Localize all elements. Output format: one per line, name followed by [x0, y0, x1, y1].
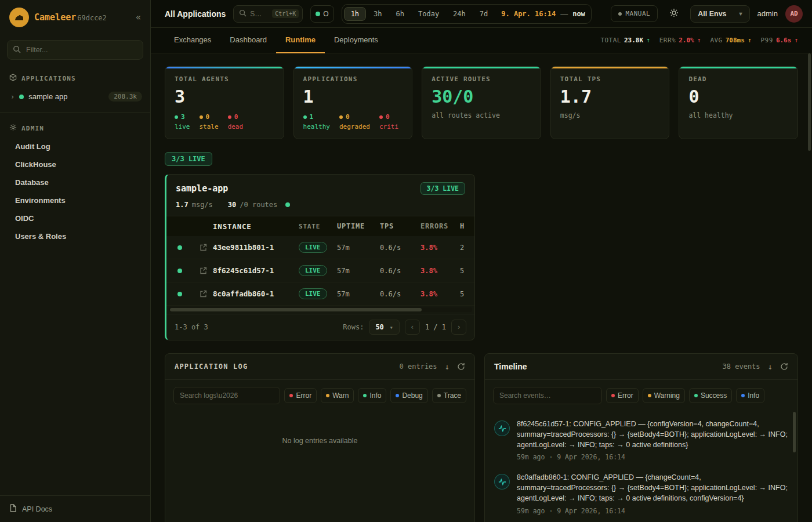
external-link-icon[interactable]	[193, 244, 213, 251]
stat-p99-latency: P99 6.6s ↑	[761, 37, 799, 44]
admin-section-label: ADMIN	[0, 113, 150, 137]
search-shortcut-kbd: Ctrl+K	[272, 9, 299, 18]
applications-icon	[9, 74, 17, 83]
range-6h[interactable]: 6h	[390, 8, 411, 20]
sidebar-item-environments[interactable]: Environments	[0, 191, 150, 209]
sidebar-collapse-button[interactable]: «	[136, 12, 141, 23]
filter-chip-error[interactable]: Error	[284, 388, 317, 403]
log-empty-message: No log entries available	[165, 411, 474, 470]
refresh-icon[interactable]	[780, 362, 788, 371]
sidebar-item-audit-log[interactable]: Audit Log	[0, 137, 150, 155]
event-time: 59m ago · 9 Apr 2026, 16:14	[517, 453, 788, 461]
sidebar-filter-input[interactable]	[7, 40, 143, 60]
online-dot	[316, 12, 320, 16]
range-today[interactable]: Today	[412, 8, 445, 20]
tab-stats: TOTAL 23.8K ↑ ERR% 2.0% ↑ AVG 708ms ↑ P9…	[600, 37, 798, 44]
state-badge: LIVE	[299, 242, 327, 253]
instance-status-dot	[177, 245, 182, 250]
filter-chip-error[interactable]: Error	[606, 388, 639, 403]
filter-chip-success[interactable]: Success	[689, 388, 732, 403]
global-search[interactable]: S… Ctrl+K	[233, 5, 303, 23]
stat-err-rate: ERR% 2.0% ↑	[659, 37, 701, 44]
app-name: sample-app	[176, 183, 228, 194]
log-search-input[interactable]	[173, 387, 280, 404]
sidebar-item-clickhouse[interactable]: ClickHouse	[0, 155, 150, 173]
time-from[interactable]: 9. Apr. 16:14	[501, 10, 556, 18]
timeline-scrollbar[interactable]	[793, 412, 796, 452]
app-tps-value: 1.7	[176, 201, 188, 209]
topbar: All Applications S… Ctrl+K O 1h 3h 6h To…	[151, 0, 812, 28]
external-link-icon[interactable]	[193, 267, 213, 274]
substat-stale: 0 stale	[200, 113, 219, 132]
filter-chip-info[interactable]: Info	[358, 388, 386, 403]
applications-section-label: APPLICATIONS	[0, 63, 150, 88]
sidebar-item-users-roles[interactable]: Users & Roles	[0, 227, 150, 245]
brand: Cameleer69dcce2	[34, 12, 107, 23]
env-select[interactable]: All Envs ▾	[690, 5, 749, 23]
horizontal-scrollbar[interactable]	[169, 307, 472, 312]
log-entries-count: 0 entries	[400, 362, 437, 371]
range-24h[interactable]: 24h	[447, 8, 472, 20]
filter-chip-debug[interactable]: Debug	[390, 388, 427, 403]
state-badge: LIVE	[299, 265, 327, 276]
rows-per-page-select[interactable]: 50 ▾	[369, 320, 399, 335]
sidebar-item-sample-app[interactable]: › sample app 208.3k	[0, 88, 150, 106]
table-row[interactable]: 8c0affadb860-1 LIVE 57m 0.6/s 3.8% 5	[166, 282, 474, 306]
external-link-icon[interactable]	[193, 290, 213, 298]
up-arrow-icon: ↑	[697, 37, 701, 44]
tab-exchanges[interactable]: Exchanges	[165, 28, 220, 53]
range-3h[interactable]: 3h	[367, 8, 388, 20]
timeline-event[interactable]: 8f6245c61d57-1: CONFIG_APPLIED — {config…	[494, 414, 788, 467]
search-icon	[239, 9, 246, 19]
substat-critical: 0 criti	[379, 113, 398, 132]
tab-dashboard[interactable]: Dashboard	[220, 28, 276, 53]
event-list: 8f6245c61d57-1: CONFIG_APPLIED — {config…	[485, 411, 798, 522]
time-separator: —	[560, 9, 568, 18]
next-page-button[interactable]: ›	[451, 320, 466, 335]
camel-logo-icon	[9, 8, 29, 27]
refresh-mode-button[interactable]: MANUAL	[611, 5, 658, 22]
refresh-icon[interactable]	[457, 362, 465, 371]
download-icon[interactable]: ↓	[445, 362, 449, 371]
app-item-label: sample app	[28, 92, 67, 101]
filter-chip-info[interactable]: Info	[736, 388, 764, 403]
app-routes-suffix: /0 routes	[240, 201, 277, 209]
timeline-event[interactable]: 8c0affadb860-1: CONFIG_APPLIED — {change…	[494, 467, 788, 520]
up-arrow-icon: ↑	[794, 37, 798, 44]
tab-deployments[interactable]: Deployments	[325, 28, 387, 53]
page-indicator: 1 / 1	[425, 323, 446, 331]
range-1h[interactable]: 1h	[344, 7, 366, 21]
tab-runtime[interactable]: Runtime	[276, 28, 325, 53]
filter-chip-trace[interactable]: Trace	[432, 388, 466, 403]
theme-toggle-button[interactable]	[665, 5, 683, 23]
download-icon[interactable]: ↓	[768, 362, 773, 371]
range-7d[interactable]: 7d	[473, 8, 494, 20]
table-row[interactable]: 8f6245c61d57-1 LIVE 57m 0.6/s 3.8% 5	[166, 259, 474, 282]
chevron-down-icon: ▾	[390, 324, 393, 331]
timeline-events-count: 38 events	[723, 362, 760, 371]
sidebar-spacer	[0, 245, 150, 495]
instance-status-dot	[177, 269, 182, 273]
page-scrollbar[interactable]	[808, 53, 811, 151]
timeline-title: Timeline	[494, 362, 527, 371]
card-dead: DEAD 0 all healthy	[679, 66, 798, 139]
filter-chip-warn[interactable]: Warn	[321, 388, 354, 403]
event-text: 8c0affadb860-1: CONFIG_APPLIED — {change…	[517, 473, 788, 503]
chevron-right-icon[interactable]: ›	[10, 93, 14, 101]
table-row[interactable]: 43ee9811b801-1 LIVE 57m 0.6/s 3.8% 2	[166, 236, 474, 259]
timeline-panel: Timeline 38 events ↓ Error Warning	[484, 353, 798, 522]
online-status-chip[interactable]: O	[310, 5, 334, 23]
api-docs-link[interactable]: API Docs	[0, 495, 150, 522]
chevron-down-icon: ▾	[740, 10, 742, 17]
global-search-placeholder: S…	[250, 10, 262, 18]
sidebar-item-oidc[interactable]: OIDC	[0, 209, 150, 227]
stat-total: TOTAL 23.8K ↑	[600, 37, 650, 44]
sun-icon	[669, 8, 679, 19]
sidebar-item-database[interactable]: Database	[0, 173, 150, 191]
time-to[interactable]: now	[572, 10, 585, 18]
timeline-search-input[interactable]	[493, 387, 602, 404]
filter-chip-warning[interactable]: Warning	[643, 388, 685, 403]
sidebar-header: Cameleer69dcce2 «	[0, 0, 150, 34]
prev-page-button[interactable]: ‹	[405, 320, 420, 335]
avatar[interactable]: AD	[785, 5, 803, 23]
